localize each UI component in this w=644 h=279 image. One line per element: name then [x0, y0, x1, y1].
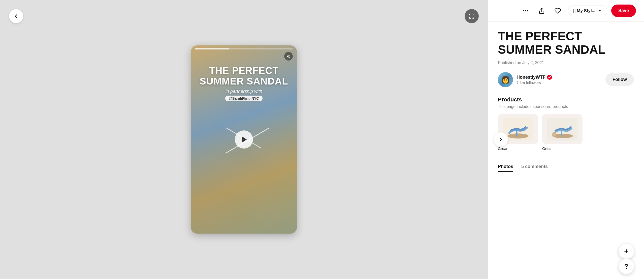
product-card-2[interactable]: Grear: [542, 114, 583, 151]
svg-rect-9: [552, 132, 556, 136]
products-title: Products: [498, 96, 634, 103]
left-panel: THE PERFECT SUMMER SANDAL in partnership…: [0, 0, 488, 279]
pin-title: THE PERFECT SUMMER SANDAL: [498, 30, 634, 57]
right-content: THE PERFECT SUMMER SANDAL Published on J…: [488, 22, 644, 279]
next-button[interactable]: [494, 132, 508, 147]
like-button[interactable]: [552, 5, 564, 17]
tab-comments[interactable]: 5 comments: [521, 164, 548, 172]
svg-point-6: [507, 133, 529, 138]
save-button[interactable]: Save: [611, 5, 636, 17]
creator-name[interactable]: HonestlyWTF: [517, 75, 552, 80]
svg-point-1: [523, 10, 524, 11]
creator-info: 👩 HonestlyWTF 7.1m followers: [498, 72, 552, 87]
svg-point-3: [527, 10, 528, 11]
products-subtitle: This page includes sponsored products: [498, 104, 634, 109]
fab-help-button[interactable]: ?: [619, 259, 634, 274]
video-progress-fill: [195, 48, 229, 49]
creator-avatar[interactable]: 👩: [498, 72, 513, 87]
video-title-overlay: THE PERFECT SUMMER SANDAL in partnership…: [191, 66, 297, 101]
expand-button[interactable]: [465, 9, 479, 23]
creator-row: 👩 HonestlyWTF 7.1m followers Fo: [498, 72, 634, 87]
product-label-1: Grear: [498, 146, 538, 151]
play-button[interactable]: [235, 130, 253, 149]
svg-marker-0: [242, 136, 247, 143]
creator-followers: 7.1m followers: [517, 80, 552, 85]
right-panel: || My Styl... Save THE PERFECT SUMMER SA…: [488, 0, 644, 279]
product-label-2: Grear: [542, 146, 583, 151]
published-date: Published on July 2, 2021: [498, 61, 634, 65]
product-image-2: [542, 114, 583, 144]
video-handle: @SarahFlint_NYC: [225, 96, 262, 101]
fab-plus-button[interactable]: +: [619, 244, 634, 259]
share-button[interactable]: [536, 5, 548, 17]
products-grid: Grear: [498, 114, 634, 151]
video-sound-button[interactable]: [284, 52, 293, 61]
board-selector[interactable]: || My Styl...: [568, 6, 607, 16]
video-container: THE PERFECT SUMMER SANDAL in partnership…: [191, 45, 297, 234]
tabs-row: Photos 5 comments: [498, 159, 634, 172]
video-partnership: in partnership with: [191, 89, 297, 94]
right-toolbar: || My Styl... Save: [488, 0, 644, 22]
back-button[interactable]: [9, 9, 23, 23]
board-selector-label: || My Styl...: [573, 8, 595, 13]
verified-badge: [547, 75, 552, 80]
follow-button[interactable]: Follow: [605, 73, 634, 86]
video-main-title: THE PERFECT SUMMER SANDAL: [191, 66, 297, 87]
tab-photos[interactable]: Photos: [498, 164, 513, 172]
creator-details: HonestlyWTF 7.1m followers: [517, 75, 552, 85]
video-progress-bar[interactable]: [195, 48, 293, 49]
products-section: Products This page includes sponsored pr…: [498, 96, 634, 151]
more-options-button[interactable]: [520, 5, 532, 17]
svg-point-2: [525, 10, 526, 11]
